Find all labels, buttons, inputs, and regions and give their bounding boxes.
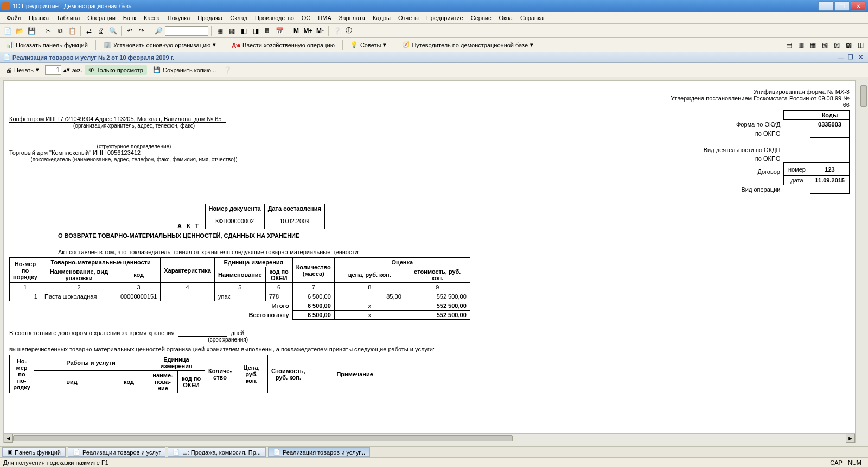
close-button[interactable]: ✕	[851, 1, 866, 11]
redo-icon[interactable]: ↷	[136, 26, 147, 36]
show-panel-button[interactable]: 📊Показать панель функций	[2, 40, 92, 50]
menu-table[interactable]: Таблица	[53, 14, 83, 22]
app-icon	[2, 2, 10, 10]
tool-b-icon[interactable]: ▩	[226, 26, 237, 36]
document-header: 📄 Реализация товаров и услуг № 2 от 10 ф…	[0, 52, 868, 63]
open-icon[interactable]: 📂	[14, 26, 25, 36]
print-icon[interactable]: 🖨	[95, 26, 106, 36]
main-toolbar: 📄 📂 💾 ✂ ⧉ 📋 ⇄ 🖨 🔍 ↶ ↷ 🔎 ▦ ▩ ◧ ◨ 🖩 📅 M M+…	[0, 24, 868, 38]
doc-restore-button[interactable]: ❐	[846, 54, 855, 61]
panel-icon-5[interactable]: ▨	[831, 40, 842, 51]
menu-file[interactable]: Файл	[3, 14, 24, 22]
menu-sale[interactable]: Продажа	[194, 14, 226, 22]
calc-icon[interactable]: 🖩	[262, 26, 273, 36]
compare-icon[interactable]: ⇄	[84, 26, 94, 36]
doc-close-button[interactable]: ✕	[856, 54, 865, 61]
menu-edit[interactable]: Правка	[25, 14, 52, 22]
copy-icon[interactable]: ⧉	[55, 26, 66, 36]
maximize-button[interactable]: ❐	[834, 1, 850, 11]
mminus-icon[interactable]: M-	[315, 26, 326, 36]
document-toolbar: 🖨Печать▾ ▴▾ экз. 👁Только просмотр 💾Сохра…	[0, 63, 868, 77]
tool-a-icon[interactable]: ▦	[214, 26, 225, 36]
secondary-toolbar: 📊Показать панель функций 🏢Установить осн…	[0, 38, 868, 52]
menu-production[interactable]: Производство	[252, 14, 297, 22]
save-copy-button[interactable]: 💾Сохранить копию...	[149, 65, 220, 75]
menu-bank[interactable]: Банк	[120, 14, 139, 22]
help-doc-icon[interactable]: ❔	[222, 65, 233, 75]
print-button[interactable]: 🖨Печать▾	[2, 65, 43, 75]
advice-button[interactable]: 💡Советы▾	[347, 40, 390, 50]
paste-icon[interactable]: 📋	[67, 26, 78, 36]
mplus-icon[interactable]: M+	[303, 26, 314, 36]
guide-button[interactable]: 🧭Путеводитель по демонстрационной базе▾	[398, 40, 537, 50]
undo-icon[interactable]: ↶	[124, 26, 135, 36]
window-title: 1С:Предприятие - Демонстрационная база	[12, 3, 818, 9]
menu-windows[interactable]: Окна	[495, 14, 516, 22]
menu-help[interactable]: Справка	[517, 14, 547, 22]
minimize-button[interactable]: —	[818, 1, 833, 11]
copies-label: экз.	[72, 67, 82, 73]
panel-icon-1[interactable]: ▤	[783, 40, 794, 51]
menu-operations[interactable]: Операции	[84, 14, 118, 22]
menu-salary[interactable]: Зарплата	[336, 14, 368, 22]
copies-input[interactable]	[45, 65, 61, 75]
info-icon[interactable]: ⓘ	[343, 26, 354, 36]
panel-icon-4[interactable]: ▧	[819, 40, 830, 51]
tool-d-icon[interactable]: ◨	[250, 26, 261, 36]
panel-icon-7[interactable]: ◫	[855, 40, 866, 51]
menu-enterprise[interactable]: Предприятие	[423, 14, 467, 22]
panel-icon-2[interactable]: ▥	[795, 40, 806, 51]
tool-c-icon[interactable]: ◧	[238, 26, 249, 36]
doc-minimize-button[interactable]: —	[837, 54, 845, 61]
calendar-icon[interactable]: 📅	[274, 26, 285, 36]
search-icon[interactable]: 🔎	[153, 26, 164, 36]
menu-service[interactable]: Сервис	[468, 14, 495, 22]
cut-icon[interactable]: ✂	[43, 26, 54, 36]
set-org-button[interactable]: 🏢Установить основную организацию▾	[100, 40, 220, 50]
save-icon[interactable]: 💾	[26, 26, 37, 36]
menu-os[interactable]: ОС	[298, 14, 314, 22]
panel-icon-3[interactable]: ▦	[807, 40, 818, 51]
view-only-button[interactable]: 👁Только просмотр	[85, 65, 147, 75]
help-icon[interactable]: ❔	[331, 26, 342, 36]
menu-nma[interactable]: НМА	[315, 14, 334, 22]
titlebar: 1С:Предприятие - Демонстрационная база —…	[0, 0, 868, 12]
menu-warehouse[interactable]: Склад	[227, 14, 251, 22]
menu-reports[interactable]: Отчеты	[395, 14, 422, 22]
menu-purchase[interactable]: Покупка	[164, 14, 194, 22]
search-input[interactable]	[165, 26, 208, 36]
new-icon[interactable]: 📄	[2, 26, 13, 36]
preview-icon[interactable]: 🔍	[107, 26, 118, 36]
enter-op-button[interactable]: ДжВвести хозяйственную операцию	[228, 40, 339, 50]
menubar: Файл Правка Таблица Операции Банк Касса …	[0, 12, 868, 24]
panel-icon-6[interactable]: ▩	[843, 40, 854, 51]
document-title: Реализация товаров и услуг № 2 от 10 фев…	[12, 54, 174, 61]
menu-hr[interactable]: Кадры	[369, 14, 394, 22]
m-icon[interactable]: M	[291, 26, 302, 36]
menu-cash[interactable]: Касса	[141, 14, 163, 22]
